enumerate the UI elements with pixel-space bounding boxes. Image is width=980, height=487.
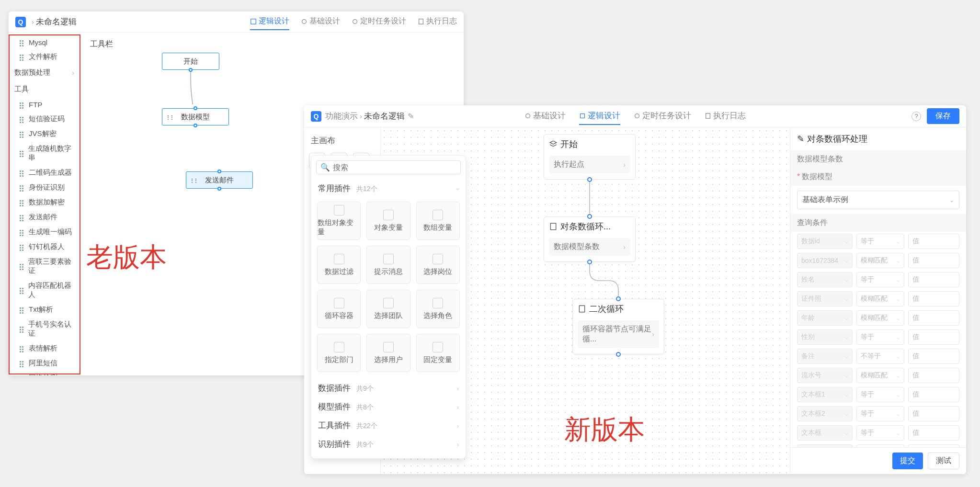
condition-operator[interactable]: 等于⌄: [856, 406, 904, 421]
connector-out[interactable]: [189, 68, 193, 72]
sidebar-item-tool[interactable]: 阿里短信: [9, 356, 80, 371]
plugin-card[interactable]: 选择角色: [416, 290, 460, 328]
connector-in[interactable]: [616, 296, 621, 301]
node-inner-sub[interactable]: 循环容器节点可满足循... ›: [578, 320, 659, 348]
connector-out[interactable]: [217, 187, 221, 191]
condition-operator[interactable]: 模糊匹配⌄: [856, 310, 904, 326]
condition-field[interactable]: 年龄⌄: [797, 310, 853, 326]
condition-operator[interactable]: 模糊匹配⌄: [856, 368, 904, 383]
connector-out[interactable]: [194, 124, 197, 127]
flow-node-send-mail[interactable]: ⫶⫶ 发送邮件: [186, 171, 253, 189]
node-loop-sub[interactable]: 数据模型条数 ›: [549, 238, 630, 256]
tab-basic-design[interactable]: 基础设计: [301, 13, 340, 30]
category-tool[interactable]: 工具插件 共22个 ›: [316, 416, 461, 435]
condition-value[interactable]: 值: [908, 425, 959, 441]
tab-basic-design[interactable]: 基础设计: [524, 107, 566, 125]
test-button[interactable]: 测试: [928, 453, 959, 469]
condition-field[interactable]: 性别⌄: [797, 329, 853, 345]
plugin-card[interactable]: 数据过滤: [317, 246, 361, 284]
flow-node-data-model[interactable]: ⫶⫶ 数据模型: [162, 108, 229, 125]
condition-field[interactable]: 文本框2⌄: [797, 406, 853, 421]
save-button[interactable]: 保存: [927, 108, 959, 124]
condition-operator[interactable]: 等于⌄: [856, 425, 904, 441]
tab-logic-design[interactable]: 逻辑设计: [250, 13, 289, 30]
condition-value[interactable]: 值: [908, 272, 959, 287]
sidebar-item-tool[interactable]: 生成随机数字串: [9, 141, 80, 165]
condition-value[interactable]: 值: [908, 349, 959, 364]
condition-value[interactable]: 值: [908, 329, 959, 345]
condition-operator[interactable]: 不等于⌄: [856, 349, 904, 364]
sidebar-item-tool[interactable]: 短信验证码: [9, 112, 80, 126]
condition-field[interactable]: 文本框1⌄: [797, 387, 853, 402]
help-icon[interactable]: ?: [912, 112, 921, 121]
sidebar-item-tool[interactable]: 内容匹配机器人: [9, 278, 80, 302]
sidebar-section-preprocess[interactable]: 数据预处理 ›: [9, 64, 80, 81]
plugin-card[interactable]: 固定变量: [416, 334, 460, 372]
data-model-select[interactable]: 基础表单示例 ⌄: [797, 191, 959, 209]
connector-out[interactable]: [616, 352, 621, 357]
search-input[interactable]: [333, 163, 456, 172]
condition-field[interactable]: box1672384⌄: [797, 253, 853, 268]
sidebar-section-tools[interactable]: 工具: [9, 81, 80, 98]
sidebar-item-mysql[interactable]: Mysql: [9, 35, 80, 49]
breadcrumb-project[interactable]: 功能演示: [325, 111, 358, 122]
submit-button[interactable]: 提交: [892, 453, 923, 469]
sidebar-item-tool[interactable]: Txt解析: [9, 302, 80, 317]
condition-operator[interactable]: 模糊匹配⌄: [856, 291, 904, 306]
tab-exec-log[interactable]: 执行日志: [705, 107, 746, 125]
sidebar-item-tool[interactable]: 钉钉机器人: [9, 239, 80, 254]
condition-field[interactable]: 备注⌄: [797, 349, 853, 364]
connector-out[interactable]: [587, 177, 592, 182]
condition-value[interactable]: 值: [908, 234, 959, 249]
node-loop[interactable]: 对条数循环... 数据模型条数 ›: [544, 216, 636, 262]
condition-value[interactable]: 值: [908, 253, 959, 268]
condition-value[interactable]: 值: [908, 310, 959, 326]
connector-out[interactable]: [587, 260, 592, 264]
node-inner-loop[interactable]: 二次循环 循环容器节点可满足循... ›: [572, 299, 664, 354]
plugin-search[interactable]: 🔍: [316, 160, 461, 174]
sidebar-item-tool[interactable]: 生成唯一编码: [9, 225, 80, 239]
sidebar-item-tool[interactable]: FTP: [9, 98, 80, 112]
plugin-card[interactable]: 指定部门: [317, 334, 361, 372]
plugin-card[interactable]: 选择团队: [366, 290, 410, 328]
condition-value[interactable]: 值: [908, 368, 959, 383]
tab-timer-design[interactable]: 定时任务设计: [634, 107, 691, 125]
category-data[interactable]: 数据插件 共9个 ›: [316, 379, 461, 397]
breadcrumb-logic[interactable]: 未命名逻辑: [364, 111, 405, 122]
condition-operator[interactable]: 等于⌄: [856, 387, 904, 402]
condition-operator[interactable]: 模糊匹配⌄: [856, 253, 904, 268]
tab-exec-log[interactable]: 执行日志: [418, 13, 457, 30]
sidebar-item-tool[interactable]: 身份证识别: [9, 180, 80, 195]
sidebar-item-tool[interactable]: 表情解析: [9, 341, 80, 356]
node-start[interactable]: 开始 执行起点 ›: [544, 134, 636, 180]
condition-operator[interactable]: 等于⌄: [856, 329, 904, 345]
plugin-card[interactable]: 选择岗位: [416, 246, 460, 284]
sidebar-item-tool[interactable]: 网络检测: [9, 371, 80, 375]
sidebar-item-tool[interactable]: 营联三要素验证: [9, 254, 80, 278]
tab-logic-design[interactable]: 逻辑设计: [579, 107, 620, 125]
plugin-card[interactable]: 提示消息: [366, 246, 410, 284]
sidebar-item-tool[interactable]: 发送邮件: [9, 210, 80, 225]
condition-field[interactable]: 姓名⌄: [797, 272, 853, 287]
node-start-sub[interactable]: 执行起点 ›: [549, 156, 630, 173]
connector-in[interactable]: [587, 214, 592, 219]
category-model[interactable]: 模型插件 共8个 ›: [316, 397, 461, 416]
connector-in[interactable]: [217, 170, 221, 173]
condition-operator[interactable]: 等于⌄: [856, 272, 904, 287]
sidebar-item-tool[interactable]: 二维码生成器: [9, 165, 80, 180]
edit-pen-icon[interactable]: ✎: [408, 112, 414, 121]
condition-field[interactable]: 文本框⌄: [797, 425, 853, 441]
sidebar-item-file-parse[interactable]: 文件解析: [9, 49, 80, 64]
category-recognize[interactable]: 识别插件 共9个 ›: [316, 435, 461, 453]
condition-operator[interactable]: 等于⌄: [856, 234, 904, 249]
tab-timer-design[interactable]: 定时任务设计: [352, 13, 406, 30]
sidebar-item-tool[interactable]: 手机号实名认证: [9, 317, 80, 341]
condition-field[interactable]: 数据id⌄: [797, 234, 853, 249]
condition-value[interactable]: 值: [908, 291, 959, 306]
plugin-card[interactable]: 对象变量: [366, 202, 410, 240]
sidebar-item-tool[interactable]: JVS解密: [9, 126, 80, 141]
condition-value[interactable]: 值: [908, 387, 959, 402]
plugin-card[interactable]: 循环容器: [317, 290, 361, 328]
plugin-card[interactable]: 数组变量: [416, 202, 460, 240]
condition-field[interactable]: 证件照⌄: [797, 291, 853, 306]
